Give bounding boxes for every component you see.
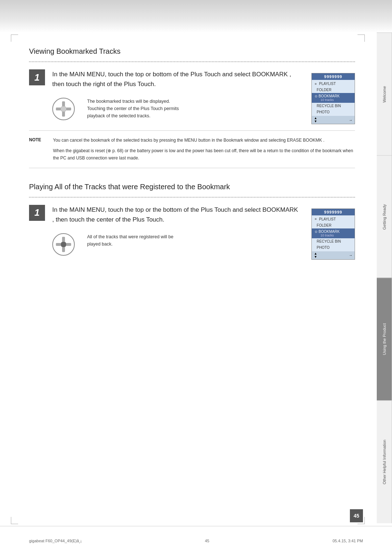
menu-item-recycle-2: RECYCLE BIN <box>312 238 355 244</box>
device-menu-1: ≡ PLAYLIST FOLDER ⊙ BOOKMARK 10 tracks R… <box>312 80 355 116</box>
instruction-text-2: All of the tracks that were registered w… <box>87 232 173 248</box>
note-line-2: When the gigabeat is reset (⊕ p. 68) or … <box>53 147 355 162</box>
svg-point-5 <box>61 106 66 112</box>
menu-item-folder-1: FOLDER <box>312 87 355 93</box>
svg-point-11 <box>61 242 66 247</box>
note-content: You can cancel the bookmark of the selec… <box>53 137 355 162</box>
note-label: NOTE <box>29 137 47 162</box>
step-text-1: In the MAIN MENU, touch the top or botto… <box>52 69 301 89</box>
svg-rect-1 <box>62 101 65 106</box>
device-header-1: 9999999 <box>312 73 355 80</box>
menu-item-playlist-2: ≡ PLAYLIST <box>312 216 355 222</box>
scroll-arrows-1: ▲ ▼ <box>314 117 317 123</box>
svg-rect-4 <box>66 108 71 110</box>
section2-device-area: All of the tracks that were registered w… <box>51 232 301 257</box>
menu-item-folder-2: FOLDER <box>312 222 355 228</box>
svg-rect-2 <box>62 112 65 117</box>
menu-item-bookmark-2: ⊙ BOOKMARK 10 tracks <box>312 228 355 238</box>
device-menu-2: ≡ PLAYLIST FOLDER ⊙ BOOKMARK 10 tracks R… <box>312 215 355 251</box>
menu-item-playlist-1: ≡ PLAYLIST <box>312 81 355 87</box>
svg-rect-10 <box>66 243 71 246</box>
right-sidebar: Welcome Getting Ready Using the Product … <box>377 33 392 523</box>
sidebar-tab-other-info[interactable]: Other Helpful Information <box>377 401 392 523</box>
svg-rect-8 <box>62 247 65 252</box>
page-number: 45 <box>350 509 363 522</box>
menu-item-photo-1: PHOTO <box>312 109 355 115</box>
sidebar-tab-using-product[interactable]: Using the Product <box>377 278 392 401</box>
device-screen-2: 9999999 ≡ PLAYLIST FOLDER ⊙ BOOKMARK 10 … <box>311 208 355 260</box>
svg-rect-3 <box>56 108 61 110</box>
svg-rect-9 <box>56 243 61 246</box>
menu-item-bookmark-1: ⊙ BOOKMARK 10 tracks <box>312 93 355 103</box>
step-number-2: 1 <box>29 205 45 221</box>
device-header-2: 9999999 <box>312 209 355 215</box>
footer-left: gigabeat F60_OP44_49(E)å¸¡ <box>29 539 82 543</box>
section1-step: 1 In the MAIN MENU, touch the top or bot… <box>29 69 301 89</box>
dotted-separator-1 <box>29 61 355 62</box>
step-text-2: In the MAIN MENU, touch the top or the b… <box>52 205 301 224</box>
footer-center: 45 <box>205 539 209 543</box>
scroll-arrows-2: ▲ ▼ <box>314 252 317 259</box>
section1-device-area: The bookmarked tracks will be displayed.… <box>51 96 301 122</box>
main-content: Viewing Bookmarked Tracks 1 In the MAIN … <box>0 33 377 526</box>
note-block: NOTE You can cancel the bookmark of the … <box>29 130 355 168</box>
menu-item-recycle-1: RECYCLE BIN <box>312 103 355 109</box>
top-bar <box>0 0 392 33</box>
sidebar-tab-welcome[interactable]: Welcome <box>377 33 392 155</box>
plus-touch-icon-1 <box>51 96 76 122</box>
device-footer-1: ▲ ▼ → <box>312 116 355 124</box>
menu-item-photo-2: PHOTO <box>312 244 355 251</box>
svg-rect-7 <box>62 237 65 242</box>
device-screen-1: 9999999 ≡ PLAYLIST FOLDER ⊙ BOOKMARK 10 … <box>311 73 355 124</box>
instruction-text-1: The bookmarked tracks will be displayed.… <box>87 96 179 119</box>
device-footer-2: ▲ ▼ → <box>312 251 355 259</box>
dotted-separator-2 <box>29 197 355 198</box>
section1-title: Viewing Bookmarked Tracks <box>29 47 355 56</box>
sidebar-tab-getting-ready[interactable]: Getting Ready <box>377 155 392 278</box>
step-number-1: 1 <box>29 69 45 85</box>
section2-step: 1 In the MAIN MENU, touch the top or the… <box>29 205 301 224</box>
plus-touch-icon-2 <box>51 232 76 257</box>
section2-title: Playing All of the Tracks that were Regi… <box>29 183 355 191</box>
footer: gigabeat F60_OP44_49(E)å¸¡ 45 05.4.15, 3… <box>0 526 392 555</box>
note-line-1: You can cancel the bookmark of the selec… <box>53 137 355 144</box>
footer-right: 05.4.15, 3:41 PM <box>332 539 363 543</box>
page: Welcome Getting Ready Using the Product … <box>0 0 392 555</box>
